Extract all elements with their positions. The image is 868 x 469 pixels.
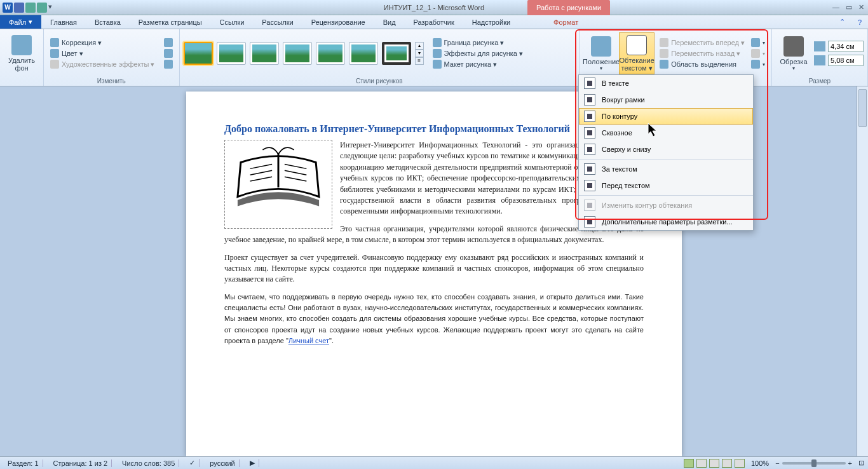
height-input[interactable]	[814, 41, 864, 52]
minimize-icon[interactable]: ―	[832, 3, 839, 11]
align-button[interactable]: ▾	[749, 37, 768, 48]
save-icon[interactable]	[14, 3, 24, 13]
ribbon-expand-icon[interactable]: ⌃	[833, 15, 851, 29]
status-words[interactable]: Число слов: 385	[118, 459, 179, 467]
zoom-level[interactable]: 100%	[751, 459, 769, 467]
status-section[interactable]: Раздел: 1	[4, 459, 43, 467]
pic-style-1[interactable]	[184, 42, 213, 65]
tab-references[interactable]: Ссылки	[211, 15, 254, 29]
crop-button[interactable]: Обрезка▾	[776, 32, 811, 74]
tab-page-layout[interactable]: Разметка страницы	[130, 15, 211, 29]
reset-picture-button[interactable]	[161, 59, 175, 69]
zoom-slider[interactable]	[782, 462, 846, 465]
picture-styles-gallery[interactable]: ▴ ▾ ≡	[184, 42, 424, 65]
undo-icon[interactable]	[25, 3, 36, 13]
tab-view[interactable]: Вид	[374, 15, 405, 29]
send-backward-button[interactable]: Переместить назад ▾	[657, 48, 747, 58]
doc-p3: Проект существует за счет учредителей. Ф…	[224, 252, 644, 285]
wrap-through[interactable]: Сквозное	[579, 125, 753, 141]
zoom-out-icon[interactable]: −	[775, 459, 779, 467]
view-draft-icon[interactable]	[735, 459, 745, 468]
pic-style-3[interactable]	[250, 42, 279, 65]
artistic-effects-button[interactable]: Художественные эффекты ▾	[48, 59, 158, 69]
spellcheck-icon: ✓	[189, 459, 195, 466]
qat-dropdown-icon[interactable]: ▾	[48, 3, 52, 13]
gallery-down-icon[interactable]: ▾	[415, 50, 424, 57]
remove-bg-icon	[11, 35, 32, 55]
tab-insert[interactable]: Вставка	[86, 15, 130, 29]
pic-style-7[interactable]	[382, 42, 411, 65]
bring-forward-button[interactable]: Переместить вперед ▾	[657, 37, 747, 48]
group-icon	[751, 49, 760, 58]
layout-icon	[433, 60, 442, 69]
pic-style-4[interactable]	[283, 42, 312, 65]
width-input[interactable]	[814, 55, 864, 66]
macro-icon: ▶	[250, 459, 255, 466]
tab-addins[interactable]: Надстройки	[463, 15, 519, 29]
ribbon-tabs: Файл▾ Главная Вставка Разметка страницы …	[0, 15, 868, 29]
color-icon	[50, 49, 59, 58]
pic-style-5[interactable]	[316, 42, 345, 65]
maximize-icon[interactable]: ▭	[846, 3, 852, 11]
zoom-fit-icon[interactable]: ⊡	[858, 459, 864, 467]
scroll-thumb[interactable]	[858, 89, 867, 127]
picture-border-button[interactable]: Граница рисунка ▾	[430, 37, 526, 48]
tab-developer[interactable]: Разработчик	[405, 15, 463, 29]
compress-icon	[164, 38, 173, 47]
rotate-button[interactable]: ▾	[749, 59, 768, 69]
status-language[interactable]: русский	[206, 459, 239, 467]
tab-mailings[interactable]: Рассылки	[253, 15, 302, 29]
position-button[interactable]: Положение▾	[583, 32, 619, 74]
close-icon[interactable]: ✕	[858, 3, 864, 11]
compress-button[interactable]	[161, 37, 175, 48]
tab-format[interactable]: Формат	[545, 15, 587, 29]
wrap-inline[interactable]: В тексте	[579, 75, 753, 92]
file-tab[interactable]: Файл▾	[0, 15, 41, 29]
pic-style-2[interactable]	[217, 42, 246, 65]
status-macro[interactable]: ▶	[246, 459, 259, 467]
reset-icon	[164, 60, 173, 69]
vertical-scrollbar[interactable]	[857, 86, 868, 456]
status-spellcheck[interactable]: ✓	[186, 459, 200, 467]
picture-layout-button[interactable]: Макет рисунка ▾	[430, 59, 526, 69]
view-outline-icon[interactable]	[722, 459, 732, 468]
group-button[interactable]: ▾	[749, 48, 768, 58]
status-page[interactable]: Страница: 1 из 2	[50, 459, 112, 467]
wrap-edit-points: Изменить контур обтекания	[579, 197, 753, 214]
change-pic-icon	[164, 49, 173, 58]
height-icon	[814, 41, 825, 51]
doc-link[interactable]: Личный счет	[288, 337, 329, 344]
color-button[interactable]: Цвет ▾	[48, 48, 158, 58]
status-bar: Раздел: 1 Страница: 1 из 2 Число слов: 3…	[0, 456, 868, 469]
artistic-icon	[50, 60, 59, 69]
pic-style-6[interactable]	[349, 42, 378, 65]
gallery-up-icon[interactable]: ▴	[415, 42, 424, 50]
wrap-icon	[627, 35, 647, 55]
wrap-front[interactable]: Перед текстом	[579, 177, 753, 194]
view-fullscreen-icon[interactable]	[696, 459, 707, 468]
wrap-more-options[interactable]: Дополнительные параметры разметки...	[579, 214, 753, 230]
redo-icon[interactable]	[37, 3, 47, 13]
wrap-edit-icon	[584, 200, 595, 211]
wrap-square[interactable]: Вокруг рамки	[579, 92, 753, 108]
help-icon[interactable]: ?	[851, 15, 868, 29]
view-print-layout-icon[interactable]	[684, 459, 694, 468]
word-icon[interactable]: W	[3, 3, 13, 13]
tab-home[interactable]: Главная	[41, 15, 86, 29]
selection-pane-button[interactable]: Область выделения	[657, 59, 747, 69]
view-web-icon[interactable]	[709, 459, 719, 468]
tab-review[interactable]: Рецензирование	[302, 15, 374, 29]
wrap-tight[interactable]: По контуру	[579, 108, 753, 125]
wrap-top-bottom[interactable]: Сверху и снизу	[579, 141, 753, 158]
remove-background-button[interactable]: Удалить фон	[4, 32, 39, 74]
inserted-image[interactable]	[224, 140, 332, 229]
wrap-behind[interactable]: За текстом	[579, 161, 753, 177]
change-picture-button[interactable]	[161, 48, 175, 58]
corrections-button[interactable]: Коррекция ▾	[48, 37, 158, 48]
wrap-more-icon	[584, 216, 595, 228]
wrap-text-button[interactable]: Обтекание текстом ▾	[619, 32, 654, 74]
picture-effects-button[interactable]: Эффекты для рисунка ▾	[430, 48, 526, 58]
zoom-in-icon[interactable]: +	[848, 459, 852, 467]
gallery-more-icon[interactable]: ≡	[415, 57, 424, 65]
effects-icon	[433, 49, 442, 58]
